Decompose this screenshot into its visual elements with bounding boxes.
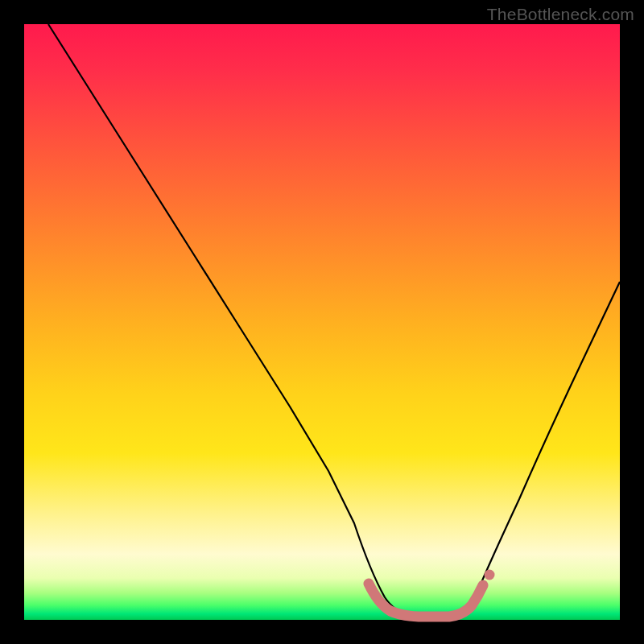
chart-plot-area [24, 24, 620, 620]
curve-path [48, 24, 620, 614]
highlight-dot-icon [485, 570, 495, 580]
bottleneck-curve [24, 24, 620, 620]
chart-frame: TheBottleneck.com [0, 0, 644, 644]
watermark-text: TheBottleneck.com [487, 5, 634, 24]
